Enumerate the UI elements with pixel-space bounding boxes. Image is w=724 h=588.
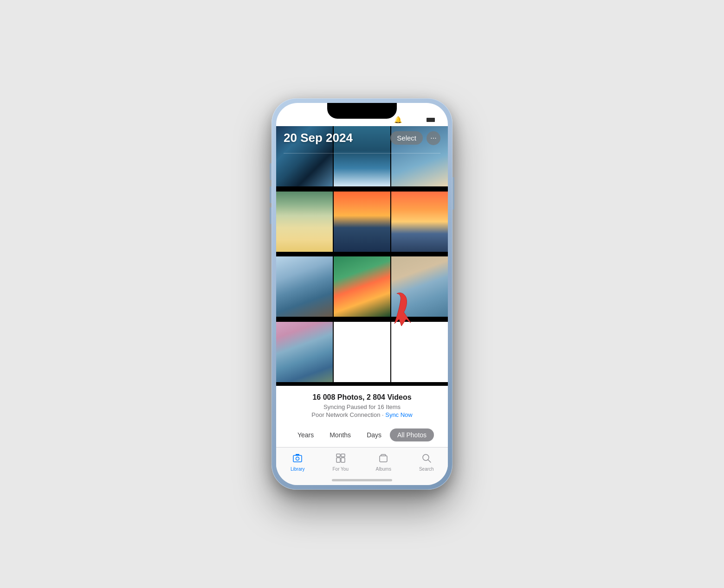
tab-for-you[interactable]: For You: [319, 452, 362, 473]
photo-area: 20 Sep 2024 Select ···: [276, 126, 448, 386]
search-label: Search: [419, 467, 434, 472]
time-tabs: Years Months Days All Photos: [276, 428, 448, 447]
photo-header: 20 Sep 2024 Select ···: [276, 126, 448, 150]
phone-frame: 13:49 🔔 ▌▌ ▲ 20 Sep 2024 Select ···: [272, 98, 452, 490]
svg-rect-4: [341, 454, 345, 457]
photo-cell-empty: [334, 322, 390, 382]
sync-network-row: Poor Network Connection · Sync Now: [285, 411, 439, 418]
library-icon: [292, 453, 303, 465]
header-actions: Select ···: [390, 131, 440, 145]
home-indicator: [332, 479, 392, 481]
library-label: Library: [291, 467, 305, 472]
tab-search[interactable]: Search: [405, 452, 448, 473]
phone-screen: 13:49 🔔 ▌▌ ▲ 20 Sep 2024 Select ···: [276, 103, 448, 485]
tab-bar: Library For You: [276, 447, 448, 485]
svg-rect-7: [380, 456, 387, 462]
svg-rect-5: [336, 458, 340, 462]
sync-status: Syncing Paused for 16 Items: [285, 403, 439, 410]
notch: [327, 103, 397, 119]
photo-grid: [276, 126, 448, 386]
photo-cell[interactable]: [334, 192, 390, 252]
tab-library[interactable]: Library: [276, 452, 319, 473]
select-button[interactable]: Select: [390, 131, 423, 145]
search-icon: [421, 453, 432, 465]
photo-date: 20 Sep 2024: [284, 131, 353, 145]
svg-point-1: [296, 457, 299, 460]
albums-label: Albums: [376, 467, 391, 472]
date-divider: [284, 153, 440, 153]
wifi-icon: ▲: [416, 116, 423, 123]
photo-cell[interactable]: [276, 322, 333, 382]
photo-count: 16 008 Photos, 2 804 Videos: [285, 393, 439, 402]
svg-rect-2: [296, 454, 299, 455]
svg-rect-0: [293, 455, 302, 462]
photo-cell[interactable]: [276, 192, 333, 252]
bell-icon: 🔔: [394, 116, 402, 123]
signal-icon: ▌▌: [405, 116, 414, 123]
svg-line-9: [428, 460, 431, 462]
status-icons: 🔔 ▌▌ ▲: [394, 116, 437, 123]
albums-icon: [378, 453, 388, 465]
info-section: 16 008 Photos, 2 804 Videos Syncing Paus…: [276, 386, 448, 428]
tab-days[interactable]: Days: [359, 428, 389, 441]
battery-icon: [426, 117, 437, 123]
svg-rect-3: [336, 454, 340, 457]
sync-now-link[interactable]: Sync Now: [385, 411, 413, 418]
for-you-icon: [336, 453, 346, 465]
more-button[interactable]: ···: [427, 131, 440, 145]
for-you-label: For You: [333, 467, 349, 472]
photo-cell[interactable]: [276, 256, 333, 317]
svg-rect-6: [341, 458, 345, 462]
photo-cell[interactable]: [391, 192, 448, 252]
photo-cell[interactable]: [391, 256, 448, 317]
tab-months[interactable]: Months: [322, 428, 358, 441]
photo-cell[interactable]: [334, 256, 390, 317]
tab-albums[interactable]: Albums: [362, 452, 405, 473]
photo-cell-empty: [391, 322, 448, 382]
tab-years[interactable]: Years: [290, 428, 321, 441]
status-time: 13:49: [287, 115, 306, 123]
tab-all-photos[interactable]: All Photos: [390, 428, 434, 441]
network-info: Poor Network Connection ·: [311, 411, 385, 418]
